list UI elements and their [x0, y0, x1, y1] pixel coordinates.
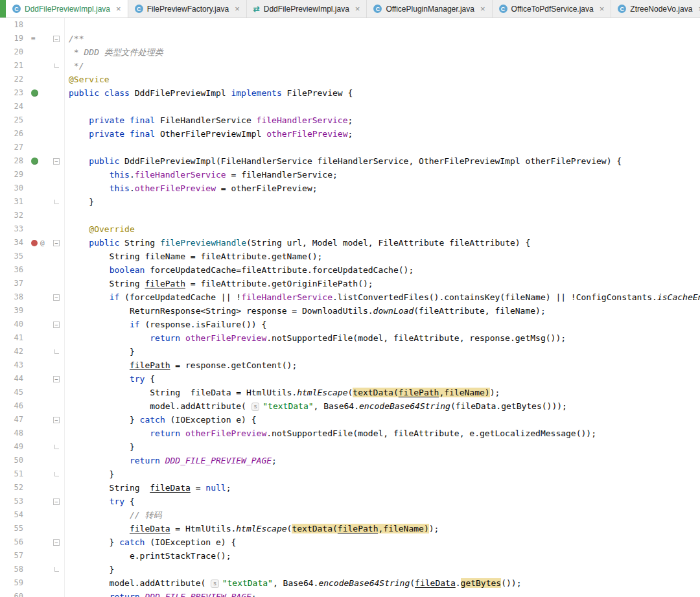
spring-bean-icon[interactable] [31, 158, 38, 165]
gutter: 57 [0, 549, 65, 563]
code-text[interactable]: // 转码 [65, 508, 700, 522]
code-text[interactable]: } [65, 195, 700, 209]
code-text[interactable]: String fileData = HtmlUtils.htmlEscape(t… [65, 386, 700, 399]
gutter: 38− [0, 290, 65, 304]
tab-close-icon[interactable]: × [233, 5, 240, 13]
tab[interactable]: ⇄DddFilePreviewImpl.java× [247, 0, 368, 18]
tab-close-icon[interactable]: × [114, 5, 121, 13]
gutter-icons [26, 86, 52, 100]
code-text[interactable]: private final FileHandlerService fileHan… [65, 113, 700, 127]
fold-end-icon[interactable] [54, 445, 59, 449]
code-text[interactable]: return otherFilePreview.notSupportedFile… [65, 427, 700, 440]
fold-collapse-icon[interactable]: − [53, 36, 60, 42]
spring-bean-icon[interactable] [31, 89, 38, 97]
code-text[interactable]: return DDD_FILE_PREVIEW_PAGE; [65, 590, 700, 597]
tab[interactable]: COfficeToPdfService.java× [493, 0, 612, 18]
code-text[interactable]: this.otherFilePreview = otherFilePreview… [65, 181, 700, 195]
code-line: 25 private final FileHandlerService file… [0, 113, 700, 127]
gutter-icons [26, 181, 52, 195]
code-text[interactable]: ReturnResponse<String> response = Downlo… [65, 304, 700, 318]
code-text[interactable] [65, 100, 700, 113]
code-text[interactable]: } [65, 345, 700, 358]
code-text[interactable] [65, 209, 700, 222]
gutter-icons [26, 413, 52, 427]
fold-collapse-icon[interactable]: − [53, 322, 60, 328]
code-text[interactable]: model.addAttribute( s"textData", Base64.… [65, 399, 700, 413]
code-text[interactable]: } catch (IOException e) { [65, 413, 700, 427]
fold-end-icon[interactable] [54, 567, 59, 572]
fold-column [52, 358, 61, 372]
fold-collapse-icon[interactable]: − [53, 498, 60, 505]
fold-collapse-icon[interactable]: − [53, 240, 60, 246]
fold-end-icon[interactable] [54, 200, 59, 204]
line-number: 24 [0, 100, 26, 113]
gutter: 39 [0, 304, 65, 318]
code-text[interactable] [65, 141, 700, 154]
left-edge-accent [0, 0, 6, 18]
code-text[interactable]: /** [65, 32, 700, 45]
code-text[interactable]: public class DddFilePreviewImpl implemen… [65, 86, 700, 100]
code-line: 38− if (forceUpdatedCache || !fileHandle… [0, 290, 700, 304]
code-line: 20 * DDD 类型文件处理类 [0, 45, 700, 59]
gutter: 52 [0, 481, 65, 495]
line-number: 47 [0, 413, 26, 427]
code-text[interactable]: @Override [65, 222, 700, 236]
tab[interactable]: COfficePluginManager.java× [367, 0, 492, 18]
gutter-icons [26, 522, 52, 535]
code-text[interactable]: return DDD_FILE_PREVIEW_PAGE; [65, 454, 700, 467]
fold-end-icon[interactable] [54, 64, 59, 68]
code-text[interactable]: } [65, 467, 700, 481]
tab-close-icon[interactable]: × [598, 5, 605, 13]
tab[interactable]: CFilePreviewFactory.java× [128, 0, 247, 18]
tab[interactable]: CZtreeNodeVo.java× [611, 0, 700, 18]
fold-collapse-icon[interactable]: − [53, 376, 60, 382]
code-text[interactable]: */ [65, 59, 700, 73]
code-text[interactable]: e.printStackTrace(); [65, 549, 700, 563]
fold-collapse-icon[interactable]: − [53, 417, 60, 423]
line-number: 26 [0, 127, 26, 141]
code-text[interactable]: String fileName = fileAttribute.getName(… [65, 250, 700, 263]
code-text[interactable]: private final OtherFilePreviewImpl other… [65, 127, 700, 141]
gutter: 43 [0, 358, 65, 372]
fold-end-icon[interactable] [54, 472, 59, 476]
gutter: 25 [0, 113, 65, 127]
gutter: 59 [0, 576, 65, 590]
gutter-icons [26, 209, 52, 222]
code-line: 51 } [0, 467, 700, 481]
code-text[interactable] [65, 18, 700, 32]
fold-collapse-icon[interactable]: − [53, 294, 60, 301]
fold-column [52, 590, 61, 597]
code-text[interactable]: if (forceUpdatedCache || !fileHandlerSer… [65, 290, 700, 304]
code-text[interactable]: fileData = HtmlUtils.htmlEscape(textData… [65, 522, 700, 535]
fold-end-icon[interactable] [54, 349, 59, 354]
override-marker-icon[interactable] [31, 240, 38, 246]
tab-close-icon[interactable]: × [478, 5, 485, 13]
code-text[interactable]: try { [65, 495, 700, 508]
code-text[interactable]: return otherFilePreview.notSupportedFile… [65, 331, 700, 345]
line-number: 60 [0, 590, 26, 597]
fold-column [52, 141, 61, 154]
code-text[interactable]: } catch (IOException e) { [65, 535, 700, 549]
fold-collapse-icon[interactable]: − [53, 539, 60, 546]
code-text[interactable]: * DDD 类型文件处理类 [65, 45, 700, 59]
fold-column [52, 168, 61, 181]
tab-close-icon[interactable]: × [696, 5, 700, 13]
code-text[interactable]: model.addAttribute( s"textData", Base64.… [65, 576, 700, 590]
tab-close-icon[interactable]: × [353, 5, 360, 13]
code-text[interactable]: String fileData = null; [65, 481, 700, 495]
code-text[interactable]: this.fileHandlerService = fileHandlerSer… [65, 168, 700, 181]
code-text[interactable]: try { [65, 372, 700, 386]
code-text[interactable]: @Service [65, 73, 700, 86]
code-text[interactable]: filePath = response.getContent(); [65, 358, 700, 372]
fold-collapse-icon[interactable]: − [53, 158, 60, 165]
code-text[interactable]: if (response.isFailure()) { [65, 318, 700, 331]
code-text[interactable]: boolean forceUpdatedCache=fileAttribute.… [65, 263, 700, 277]
code-text[interactable]: } [65, 563, 700, 576]
code-text[interactable]: public String filePreviewHandle(String u… [65, 236, 700, 250]
render-doc-icon[interactable]: ≡ [31, 35, 36, 42]
tab[interactable]: CDddFilePreviewImpl.java× [6, 0, 128, 18]
code-text[interactable]: } [65, 440, 700, 454]
code-text[interactable]: public DddFilePreviewImpl(FileHandlerSer… [65, 154, 700, 168]
code-text[interactable]: String filePath = fileAttribute.getOrigi… [65, 277, 700, 290]
line-number: 36 [0, 263, 26, 277]
